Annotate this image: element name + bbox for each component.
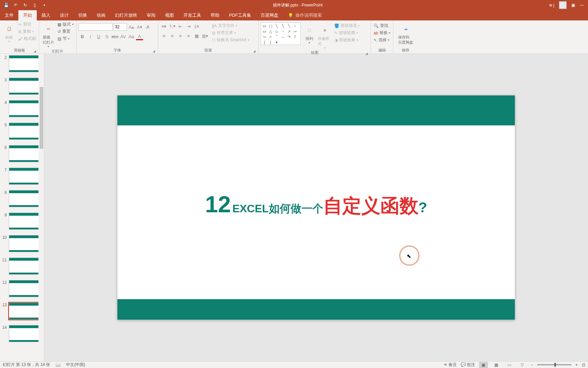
- columns-button[interactable]: ▥▾: [201, 32, 209, 40]
- tab-design[interactable]: 设计: [55, 10, 74, 20]
- tab-home[interactable]: 开始: [18, 10, 37, 20]
- undo-icon[interactable]: ↶: [13, 2, 18, 8]
- shape-fill-button[interactable]: 🪣形状填充 ▾: [333, 22, 360, 29]
- comments-button[interactable]: 💬 批注: [461, 362, 475, 368]
- paragraph-launcher-icon[interactable]: ◢: [253, 49, 256, 53]
- font-family-select[interactable]: [79, 23, 113, 31]
- clear-formatting-icon[interactable]: A̸: [144, 23, 151, 31]
- font-size-select[interactable]: [113, 23, 127, 31]
- language-indicator[interactable]: 中文(中国): [66, 362, 85, 368]
- change-case-button[interactable]: Aa: [128, 33, 135, 40]
- tab-baidu[interactable]: 百度网盘: [256, 10, 283, 20]
- current-slide[interactable]: 12 EXCEL如何做一个自定义函数? ⬉: [117, 95, 515, 320]
- thumbnail-3[interactable]: 3: [0, 76, 44, 99]
- slideshow-view-button[interactable]: ▽: [518, 362, 527, 368]
- line-spacing-button[interactable]: ‡≡: [193, 22, 200, 30]
- quick-styles-button[interactable]: ◉ 快速样式▾: [318, 22, 332, 49]
- start-from-beginning-icon[interactable]: ▯: [32, 2, 37, 8]
- thumbnail-5[interactable]: 5: [0, 121, 44, 144]
- thumbnail-14[interactable]: 14: [0, 324, 44, 346]
- shape-outline-button[interactable]: ✎形状轮廓 ▾: [333, 30, 360, 36]
- user-name[interactable]: w j: [549, 3, 554, 7]
- cut-button[interactable]: ✂剪切: [18, 21, 37, 28]
- thumbnail-7[interactable]: 7: [0, 166, 44, 189]
- reading-view-button[interactable]: ▭: [505, 362, 514, 368]
- thumbnail-2[interactable]: 2: [0, 54, 44, 76]
- align-right-button[interactable]: ≡: [177, 32, 184, 40]
- distributed-button[interactable]: ▦: [193, 32, 200, 40]
- shape-effects-button[interactable]: ◑形状效果 ▾: [333, 37, 360, 43]
- tab-insert[interactable]: 插入: [37, 10, 55, 20]
- qat-customize-icon[interactable]: ▾: [42, 2, 47, 8]
- spellcheck-icon[interactable]: 📖: [55, 363, 61, 367]
- italic-button[interactable]: I: [87, 33, 94, 40]
- scrollbar-thumb[interactable]: [40, 87, 43, 149]
- thumbnail-4[interactable]: 4: [0, 99, 44, 121]
- find-button[interactable]: 🔍查找: [373, 22, 391, 29]
- smartart-button[interactable]: ⬡转换为 SmartArt ▾: [211, 37, 250, 43]
- tab-animations[interactable]: 动画: [92, 10, 110, 20]
- align-center-button[interactable]: ≡: [168, 32, 176, 40]
- tab-transitions[interactable]: 切换: [74, 10, 92, 20]
- normal-view-button[interactable]: ▣: [479, 362, 488, 368]
- slide-counter[interactable]: 幻灯片 第 13 张，共 14 张: [3, 362, 50, 368]
- decrease-font-icon[interactable]: A▾: [136, 23, 143, 31]
- font-launcher-icon[interactable]: ◢: [153, 49, 155, 53]
- char-spacing-button[interactable]: AV: [119, 33, 127, 40]
- thumbnail-10[interactable]: 10: [0, 234, 44, 256]
- strikethrough-button[interactable]: abc: [111, 33, 119, 40]
- align-left-button[interactable]: ≡: [160, 32, 168, 40]
- copy-button[interactable]: ⧉复制 ▾: [18, 28, 37, 35]
- decrease-indent-button[interactable]: ⇤: [177, 22, 184, 30]
- slide-editor[interactable]: 12 EXCEL如何做一个自定义函数? ⬉: [44, 54, 588, 361]
- tab-review[interactable]: 审阅: [142, 10, 160, 20]
- tab-file[interactable]: 文件: [0, 10, 18, 20]
- format-painter-button[interactable]: 🖌格式刷: [18, 35, 37, 42]
- save-to-baidu-button[interactable]: ☁ 保存到 百度网盘: [395, 21, 416, 45]
- tell-me[interactable]: 💡 操作说明搜索: [283, 10, 327, 20]
- layout-button[interactable]: ▦版式 ▾: [57, 21, 74, 28]
- bold-button[interactable]: B: [79, 33, 86, 40]
- slide-sorter-view-button[interactable]: ▦: [492, 362, 501, 368]
- thumbnail-11[interactable]: 11: [0, 256, 44, 279]
- notes-button[interactable]: ≐ 备注: [444, 362, 456, 368]
- tab-pdf[interactable]: PDF工具集: [224, 10, 256, 20]
- new-slide-button[interactable]: ▭ 新建 幻灯片 ▾: [41, 21, 55, 48]
- section-button[interactable]: ▤节 ▾: [57, 35, 74, 42]
- paste-button[interactable]: 📋 粘贴 ▾: [2, 21, 16, 43]
- shadow-button[interactable]: S: [103, 33, 111, 40]
- select-button[interactable]: ↖选择 ▾: [373, 37, 391, 43]
- tab-view[interactable]: 视图: [160, 10, 179, 20]
- bullets-button[interactable]: ≡▾: [160, 22, 168, 30]
- fit-to-window-button[interactable]: ⊡: [582, 363, 585, 367]
- numbering-button[interactable]: ⒈▾: [168, 22, 176, 30]
- clipboard-launcher-icon[interactable]: ◢: [34, 49, 36, 53]
- tab-developer[interactable]: 开发工具: [179, 10, 206, 20]
- zoom-out-button[interactable]: −: [531, 363, 533, 367]
- replace-button[interactable]: ab替换 ▾: [373, 30, 391, 36]
- align-text-button[interactable]: ⊟对齐文本 ▾: [211, 30, 250, 36]
- ribbon-display-icon[interactable]: ▣: [571, 3, 575, 7]
- thumbnail-9[interactable]: 9: [0, 211, 44, 234]
- arrange-button[interactable]: ⬚ 排列▾: [302, 22, 316, 44]
- redo-icon[interactable]: ↻: [22, 2, 28, 8]
- text-direction-button[interactable]: ‖A文字方向 ▾: [211, 22, 250, 29]
- thumbnail-13[interactable]: 13: [0, 301, 44, 324]
- shapes-gallery[interactable]: ▭▢╲╲╲○▭ △◇→↗⇨⇦☆ ⌒⌣↷⤴{}▾: [261, 22, 301, 45]
- reset-button[interactable]: ↺重置: [57, 28, 74, 35]
- avatar[interactable]: [559, 1, 567, 9]
- thumbnail-8[interactable]: 8: [0, 189, 44, 211]
- increase-indent-button[interactable]: ⇥: [185, 22, 192, 30]
- zoom-in-button[interactable]: +: [575, 363, 578, 367]
- zoom-slider[interactable]: [537, 364, 571, 365]
- increase-font-icon[interactable]: A▴: [128, 23, 135, 31]
- thumbnail-12[interactable]: 12: [0, 279, 44, 301]
- justify-button[interactable]: ≡: [185, 32, 192, 40]
- font-color-button[interactable]: A: [136, 33, 143, 40]
- minimize-icon[interactable]: —: [580, 3, 584, 7]
- save-icon[interactable]: 💾: [3, 2, 9, 8]
- underline-button[interactable]: U: [95, 33, 102, 40]
- tab-help[interactable]: 帮助: [206, 10, 224, 20]
- tab-slideshow[interactable]: 幻灯片放映: [110, 10, 142, 20]
- thumbnail-scrollbar[interactable]: [38, 54, 44, 361]
